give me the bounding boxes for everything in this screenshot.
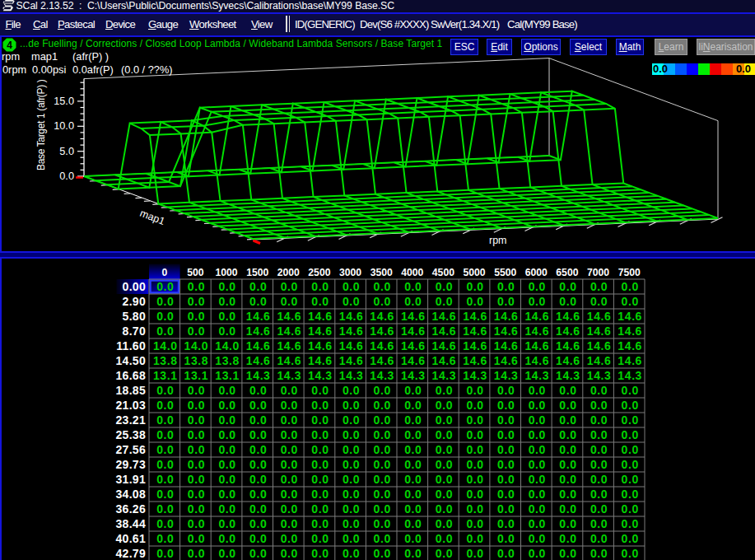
svg-text:0.0: 0.0 (218, 473, 235, 486)
svg-text:0.0: 0.0 (497, 413, 515, 427)
svg-text:14.6: 14.6 (494, 354, 519, 367)
svg-text:10.0: 10.0 (54, 119, 74, 132)
svg-text:Base Target 1 (afr(P) ): Base Target 1 (afr(P) ) (35, 79, 47, 170)
svg-text:0.0: 0.0 (529, 488, 546, 501)
svg-text:0.0: 0.0 (374, 295, 391, 308)
svg-text:0.0: 0.0 (281, 413, 298, 427)
svg-text:8.70: 8.70 (123, 324, 146, 338)
svg-text:0.0: 0.0 (249, 547, 267, 560)
svg-text:0.0: 0.0 (436, 458, 453, 471)
svg-text:14.0: 14.0 (153, 339, 178, 352)
svg-text:14.6: 14.6 (587, 310, 612, 323)
svg-text:0.0: 0.0 (404, 280, 422, 293)
svg-text:0.00: 0.00 (123, 280, 146, 293)
svg-text:0.0: 0.0 (249, 443, 267, 456)
svg-text:14.3: 14.3 (494, 369, 519, 382)
svg-text:2500: 2500 (308, 267, 330, 278)
svg-text:0.0: 0.0 (466, 532, 483, 545)
svg-text:0.0: 0.0 (436, 517, 453, 530)
svg-text:14.6: 14.6 (277, 339, 301, 352)
svg-text:0.0: 0.0 (622, 473, 639, 486)
svg-text:0.0: 0.0 (156, 488, 174, 501)
svg-text:0.0: 0.0 (156, 280, 174, 293)
svg-text:0.0: 0.0 (156, 295, 174, 308)
svg-text:0.0: 0.0 (374, 384, 391, 397)
svg-text:0.0: 0.0 (590, 473, 608, 486)
svg-text:0.0: 0.0 (559, 458, 576, 471)
svg-text:14.3: 14.3 (401, 369, 426, 382)
svg-text:14.3: 14.3 (463, 369, 487, 382)
svg-text:0.0: 0.0 (497, 532, 515, 545)
svg-text:14.6: 14.6 (432, 310, 457, 323)
svg-text:0.0: 0.0 (311, 502, 329, 516)
svg-text:14.6: 14.6 (618, 324, 642, 338)
svg-text:0.0: 0.0 (156, 310, 174, 323)
svg-text:0.0: 0.0 (218, 458, 235, 471)
svg-text:0.0: 0.0 (156, 413, 174, 427)
svg-text:0.0: 0.0 (529, 458, 546, 471)
svg-text:14.6: 14.6 (587, 324, 612, 338)
svg-text:42.79: 42.79 (115, 547, 146, 560)
svg-text:0.0: 0.0 (559, 295, 576, 308)
svg-text:0.0: 0.0 (466, 295, 483, 308)
svg-text:0.0: 0.0 (311, 532, 329, 545)
svg-text:0.0: 0.0 (281, 458, 298, 471)
svg-text:0.0: 0.0 (622, 488, 639, 501)
svg-text:14.3: 14.3 (587, 369, 612, 382)
svg-text:14.6: 14.6 (524, 354, 549, 367)
svg-text:0.0: 0.0 (436, 502, 453, 516)
svg-text:0.0: 0.0 (374, 547, 391, 560)
svg-text:14.6: 14.6 (587, 354, 612, 367)
svg-text:14.6: 14.6 (556, 310, 580, 323)
svg-text:14.6: 14.6 (246, 339, 271, 352)
svg-text:14.6: 14.6 (401, 339, 426, 352)
svg-text:0.0: 0.0 (249, 280, 267, 293)
svg-text:0.0: 0.0 (311, 280, 329, 293)
svg-text:14.6: 14.6 (370, 354, 394, 367)
svg-text:0.0: 0.0 (218, 532, 235, 545)
svg-text:0.0: 0.0 (622, 502, 639, 516)
svg-text:0.0: 0.0 (436, 413, 453, 427)
svg-text:0.0: 0.0 (436, 428, 453, 441)
svg-text:0.0: 0.0 (218, 502, 235, 516)
svg-text:14.3: 14.3 (618, 369, 642, 382)
svg-text:14.6: 14.6 (277, 310, 301, 323)
svg-text:0.0: 0.0 (188, 502, 205, 516)
svg-text:0.0: 0.0 (188, 295, 205, 308)
svg-text:0.0: 0.0 (559, 428, 576, 441)
svg-text:0.0: 0.0 (343, 547, 360, 560)
svg-text:0.0: 0.0 (559, 532, 576, 545)
svg-text:0.0: 0.0 (218, 324, 235, 338)
svg-text:0.0: 0.0 (374, 502, 391, 516)
svg-text:15.0: 15.0 (54, 95, 74, 107)
svg-text:0.0: 0.0 (343, 532, 360, 545)
svg-text:0.0: 0.0 (281, 473, 298, 486)
svg-text:0.0: 0.0 (281, 443, 298, 456)
svg-text:0.0: 0.0 (497, 517, 515, 530)
svg-text:13.1: 13.1 (215, 369, 240, 382)
svg-text:0.0: 0.0 (497, 488, 515, 501)
svg-text:0.0: 0.0 (404, 458, 422, 471)
svg-text:0.0: 0.0 (404, 384, 422, 397)
svg-text:0.0: 0.0 (374, 517, 391, 530)
svg-text:0.0: 0.0 (529, 399, 546, 412)
svg-text:14.3: 14.3 (370, 369, 394, 382)
svg-text:11.60: 11.60 (116, 339, 146, 352)
svg-text:0.0: 0.0 (374, 413, 391, 427)
svg-text:0.0: 0.0 (311, 428, 329, 441)
svg-text:0.0: 0.0 (529, 428, 546, 441)
svg-text:13.1: 13.1 (184, 369, 209, 382)
svg-text:0.0: 0.0 (404, 532, 422, 545)
svg-text:0.0: 0.0 (559, 280, 576, 293)
svg-text:4: 4 (7, 40, 12, 51)
svg-text:0.0: 0.0 (59, 170, 74, 182)
svg-text:14.6: 14.6 (339, 354, 364, 367)
svg-text:0.0: 0.0 (436, 399, 453, 412)
svg-text:14.6: 14.6 (463, 339, 487, 352)
svg-text:13.8: 13.8 (184, 354, 209, 367)
svg-text:0.0: 0.0 (497, 295, 515, 308)
svg-text:0.0: 0.0 (249, 458, 267, 471)
svg-text:0.0: 0.0 (374, 473, 391, 486)
svg-text:0.0: 0.0 (436, 547, 453, 560)
svg-text:0.0: 0.0 (343, 428, 360, 441)
